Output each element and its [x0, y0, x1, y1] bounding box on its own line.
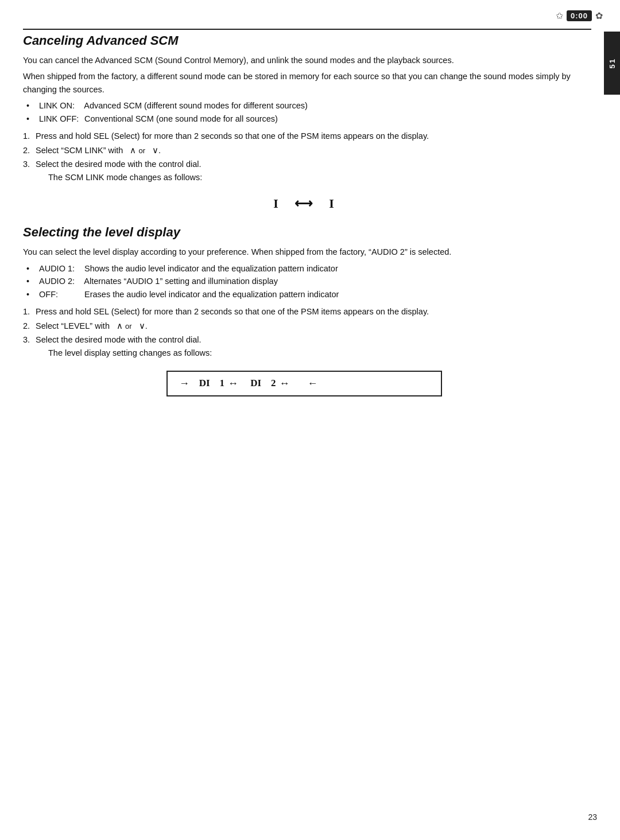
time-badge: 0:00 — [567, 10, 592, 21]
bullet-audio1-label: AUDIO 1: — [39, 262, 82, 275]
section2-bullets: AUDIO 1: Shows the audio level indicator… — [34, 262, 586, 301]
level-num1: 1 — [219, 378, 224, 389]
scm-block-right: I — [329, 196, 335, 211]
section1-step2: 2. Select “SCM LINK” with ∧ or ∨. — [23, 144, 586, 157]
gear-icon: ✿ — [595, 10, 603, 21]
section2-step2: 2. Select “LEVEL” with ∧ or ∨. — [23, 320, 586, 332]
level-arr-left: ← — [307, 378, 317, 390]
bullet-link-off: LINK OFF: Conventional SCM (one sound mo… — [34, 112, 586, 125]
section2-steps: 1. Press and hold SEL (Select) for more … — [23, 305, 586, 359]
bullet-audio2-text: Alternates “AUDIO 1” setting and illumin… — [84, 277, 278, 286]
section2-step1: 1. Press and hold SEL (Select) for more … — [23, 305, 586, 318]
step1-num: 1. — [23, 130, 30, 142]
level-block2: DI — [250, 378, 261, 389]
section1-step3: 3. Select the desired mode with the cont… — [23, 158, 586, 184]
section2-step3: 3. Select the desired mode with the cont… — [23, 333, 586, 359]
level-num2: 2 — [271, 378, 276, 389]
step2-num: 2. — [23, 144, 30, 157]
bullet-off: OFF: Erases the audio level indicator an… — [34, 288, 586, 301]
top-bar: ✩ 0:00 ✿ — [556, 10, 603, 21]
step3-num: 3. — [23, 158, 30, 170]
side-tab-label: 51 — [608, 58, 617, 68]
scm-arrow: ⟷ — [285, 196, 323, 211]
section1-steps: 1. Press and hold SEL (Select) for more … — [23, 130, 586, 184]
bullet-link-off-label: LINK OFF: — [39, 112, 82, 125]
section1-heading: Canceling Advanced SCM — [23, 33, 586, 48]
level-double-arr1: ↔ — [228, 378, 238, 390]
level-block1: DI — [199, 378, 210, 389]
star-icon: ✩ — [556, 10, 563, 21]
s2-step2-text: Select “LEVEL” with ∧ or ∨. — [36, 321, 148, 330]
bullet-link-on: LINK ON: Advanced SCM (different sound m… — [34, 99, 586, 112]
bullet-audio2: AUDIO 2: Alternates “AUDIO 1” setting an… — [34, 275, 586, 287]
top-rule — [23, 29, 591, 30]
section2-heading: Selecting the level display — [23, 225, 586, 240]
bullet-audio2-label: AUDIO 2: — [39, 275, 82, 287]
s2-step1-text: Press and hold SEL (Select) for more tha… — [36, 307, 429, 316]
section1-bullets: LINK ON: Advanced SCM (different sound m… — [34, 99, 586, 125]
main-content: Canceling Advanced SCM You can cancel th… — [23, 33, 586, 408]
section1-para1: You can cancel the Advanced SCM (Sound C… — [23, 54, 586, 67]
scm-diagram: I ⟷ I — [241, 196, 367, 211]
page-number: 23 — [588, 812, 597, 822]
section-canceling-scm: Canceling Advanced SCM You can cancel th… — [23, 33, 586, 211]
side-tab: 51 — [604, 32, 620, 95]
bullet-audio1-text: Shows the audio level indicator and the … — [84, 264, 338, 273]
bullet-link-off-text: Conventional SCM (one sound mode for all… — [84, 114, 278, 123]
s2-step3-num: 3. — [23, 333, 30, 346]
step2-text: Select “SCM LINK” with ∧ or ∨. — [36, 146, 161, 155]
bullet-off-label: OFF: — [39, 288, 82, 301]
bullet-link-on-text: Advanced SCM (different sound modes for … — [84, 101, 308, 110]
bullet-audio1: AUDIO 1: Shows the audio level indicator… — [34, 262, 586, 275]
scm-block-left: I — [273, 196, 280, 211]
level-arr-right: → — [179, 378, 189, 390]
bullet-off-text: Erases the audio level indicator and the… — [84, 290, 339, 299]
section2-para1: You can select the level display accordi… — [23, 246, 586, 258]
s2-step1-num: 1. — [23, 305, 30, 318]
section1-step1: 1. Press and hold SEL (Select) for more … — [23, 130, 586, 142]
section-level-display: Selecting the level display You can sele… — [23, 225, 586, 396]
level-double-arr2: ↔ — [279, 378, 289, 390]
step3-text: Select the desired mode with the control… — [36, 160, 586, 184]
section1-para2: When shipped from the factory, a differe… — [23, 70, 586, 96]
bullet-link-on-label: LINK ON: — [39, 99, 82, 112]
level-diagram: → DI 1 ↔ DI 2 ↔ ← — [166, 371, 442, 396]
s2-step3-text: Select the desired mode with the control… — [36, 335, 586, 359]
s2-step2-num: 2. — [23, 320, 30, 332]
step1-text: Press and hold SEL (Select) for more tha… — [36, 131, 429, 141]
